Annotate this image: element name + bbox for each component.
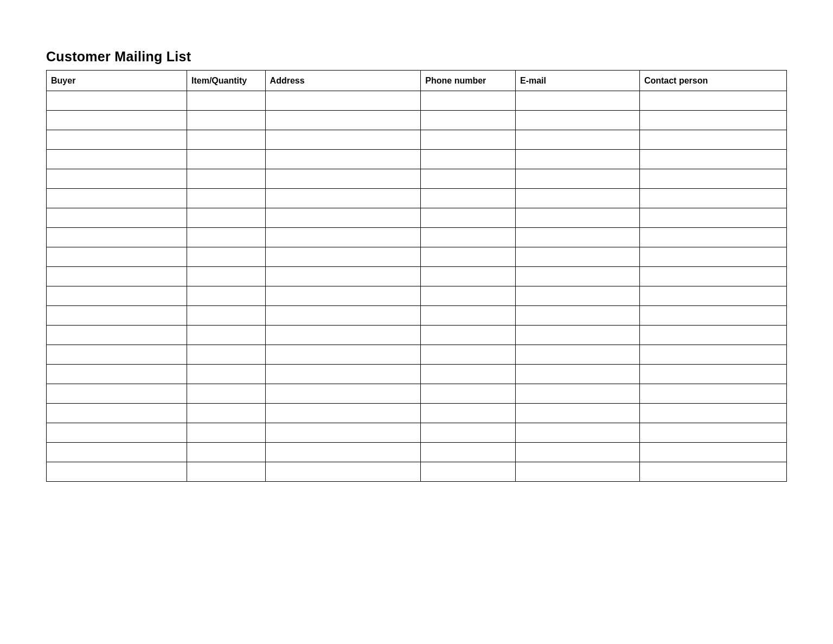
cell-item bbox=[187, 130, 266, 150]
cell-phone bbox=[421, 111, 516, 130]
table-row bbox=[47, 404, 787, 423]
cell-address bbox=[265, 247, 421, 267]
table-header-row: Buyer Item/Quantity Address Phone number… bbox=[47, 71, 787, 91]
table-row bbox=[47, 306, 787, 326]
cell-item bbox=[187, 384, 266, 404]
cell-phone bbox=[421, 345, 516, 365]
cell-buyer bbox=[47, 443, 187, 462]
cell-address bbox=[265, 150, 421, 169]
cell-address bbox=[265, 208, 421, 228]
cell-email bbox=[515, 247, 639, 267]
cell-address bbox=[265, 306, 421, 326]
cell-item bbox=[187, 267, 266, 286]
cell-buyer bbox=[47, 306, 187, 326]
cell-item bbox=[187, 208, 266, 228]
cell-contact bbox=[639, 365, 786, 384]
table-row bbox=[47, 189, 787, 208]
cell-buyer bbox=[47, 91, 187, 111]
cell-address bbox=[265, 189, 421, 208]
cell-contact bbox=[639, 111, 786, 130]
table-row bbox=[47, 267, 787, 286]
cell-buyer bbox=[47, 111, 187, 130]
cell-address bbox=[265, 91, 421, 111]
table-row bbox=[47, 228, 787, 247]
cell-address bbox=[265, 326, 421, 345]
cell-phone bbox=[421, 150, 516, 169]
cell-item bbox=[187, 462, 266, 482]
cell-item bbox=[187, 423, 266, 443]
cell-email bbox=[515, 306, 639, 326]
cell-item bbox=[187, 443, 266, 462]
cell-email bbox=[515, 365, 639, 384]
table-row bbox=[47, 247, 787, 267]
header-phone-number: Phone number bbox=[421, 71, 516, 91]
cell-address bbox=[265, 404, 421, 423]
table-row bbox=[47, 326, 787, 345]
cell-contact bbox=[639, 169, 786, 189]
cell-buyer bbox=[47, 169, 187, 189]
cell-phone bbox=[421, 423, 516, 443]
cell-phone bbox=[421, 169, 516, 189]
cell-item bbox=[187, 228, 266, 247]
cell-contact bbox=[639, 247, 786, 267]
table-row bbox=[47, 286, 787, 306]
cell-email bbox=[515, 111, 639, 130]
cell-buyer bbox=[47, 208, 187, 228]
cell-buyer bbox=[47, 286, 187, 306]
cell-item bbox=[187, 404, 266, 423]
cell-buyer bbox=[47, 423, 187, 443]
cell-phone bbox=[421, 462, 516, 482]
cell-email bbox=[515, 91, 639, 111]
cell-email bbox=[515, 208, 639, 228]
cell-contact bbox=[639, 326, 786, 345]
cell-email bbox=[515, 443, 639, 462]
cell-contact bbox=[639, 189, 786, 208]
cell-item bbox=[187, 150, 266, 169]
cell-buyer bbox=[47, 247, 187, 267]
cell-item bbox=[187, 365, 266, 384]
cell-email bbox=[515, 384, 639, 404]
cell-buyer bbox=[47, 326, 187, 345]
mailing-list-table: Buyer Item/Quantity Address Phone number… bbox=[46, 70, 787, 482]
cell-contact bbox=[639, 306, 786, 326]
table-row bbox=[47, 462, 787, 482]
cell-email bbox=[515, 150, 639, 169]
cell-item bbox=[187, 169, 266, 189]
cell-phone bbox=[421, 228, 516, 247]
table-row bbox=[47, 150, 787, 169]
cell-phone bbox=[421, 404, 516, 423]
cell-address bbox=[265, 423, 421, 443]
cell-email bbox=[515, 345, 639, 365]
cell-email bbox=[515, 189, 639, 208]
cell-buyer bbox=[47, 130, 187, 150]
cell-address bbox=[265, 462, 421, 482]
table-row bbox=[47, 208, 787, 228]
cell-item bbox=[187, 345, 266, 365]
cell-item bbox=[187, 111, 266, 130]
cell-phone bbox=[421, 286, 516, 306]
cell-contact bbox=[639, 404, 786, 423]
table-row bbox=[47, 130, 787, 150]
cell-item bbox=[187, 91, 266, 111]
cell-address bbox=[265, 267, 421, 286]
cell-phone bbox=[421, 306, 516, 326]
header-buyer: Buyer bbox=[47, 71, 187, 91]
cell-email bbox=[515, 228, 639, 247]
table-row bbox=[47, 384, 787, 404]
cell-phone bbox=[421, 208, 516, 228]
cell-item bbox=[187, 189, 266, 208]
cell-email bbox=[515, 286, 639, 306]
cell-phone bbox=[421, 443, 516, 462]
cell-contact bbox=[639, 286, 786, 306]
table-row bbox=[47, 365, 787, 384]
cell-address bbox=[265, 228, 421, 247]
header-contact-person: Contact person bbox=[639, 71, 786, 91]
cell-contact bbox=[639, 423, 786, 443]
table-row bbox=[47, 111, 787, 130]
cell-address bbox=[265, 286, 421, 306]
cell-address bbox=[265, 169, 421, 189]
cell-item bbox=[187, 247, 266, 267]
cell-address bbox=[265, 130, 421, 150]
table-row bbox=[47, 169, 787, 189]
cell-address bbox=[265, 365, 421, 384]
